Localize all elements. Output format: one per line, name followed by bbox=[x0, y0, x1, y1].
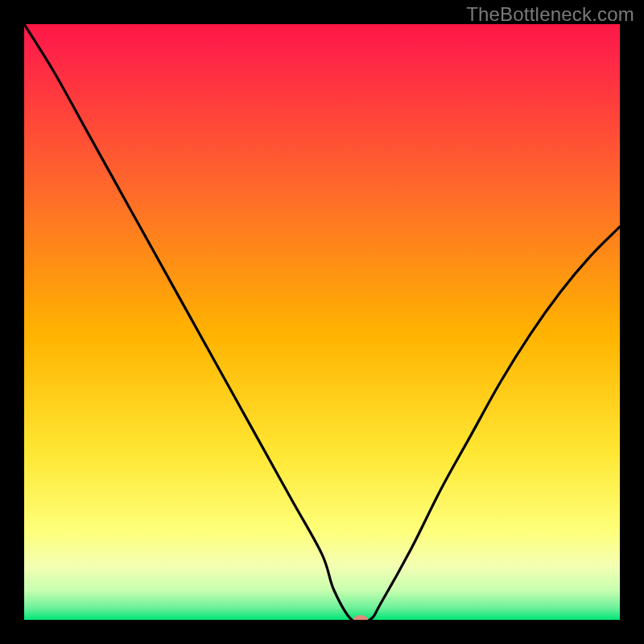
gradient-background bbox=[24, 24, 620, 620]
watermark-text: TheBottleneck.com bbox=[466, 3, 634, 26]
plot-svg bbox=[24, 24, 620, 620]
chart-frame: TheBottleneck.com bbox=[0, 0, 644, 644]
plot-area bbox=[24, 24, 620, 620]
